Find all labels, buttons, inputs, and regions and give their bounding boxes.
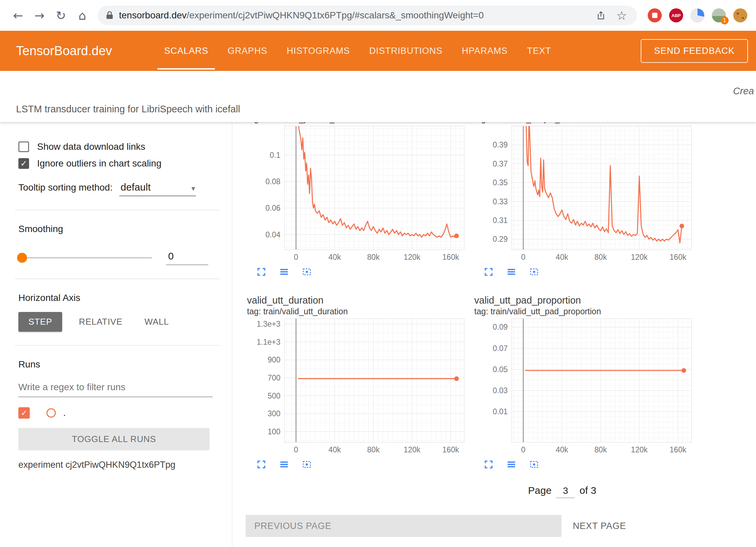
lock-icon <box>106 11 114 20</box>
ignore-outliers-row: ✓ Ignore outliers in chart scaling <box>18 158 213 169</box>
page-of-label: of 3 <box>580 485 596 496</box>
axis-relative-button[interactable]: RELATIVE <box>74 312 128 332</box>
reload-icon[interactable]: ↻ <box>51 6 70 25</box>
page-number-input[interactable] <box>556 485 575 498</box>
smoothing-value-input[interactable]: 0 <box>166 250 208 265</box>
expand-chart-button[interactable] <box>254 265 268 279</box>
page-label: Page <box>528 485 551 496</box>
settings-sidebar: Show data download links ✓ Ignore outlie… <box>0 122 232 547</box>
browser-toolbar: ← → ↻ ⌂ tensorboard.dev/experiment/cj2vt… <box>0 0 756 31</box>
url-bar[interactable]: tensorboard.dev/experiment/cj2vtPiwQHKN9… <box>98 6 637 25</box>
tab-scalars[interactable]: SCALARS <box>162 31 210 71</box>
horizontal-axis-buttons: STEP RELATIVE WALL <box>18 312 213 332</box>
smoothing-slider[interactable] <box>18 257 152 258</box>
experiment-description: LSTM transducer training for LibriSpeech… <box>16 104 240 115</box>
run-color-swatch <box>46 408 56 418</box>
tab-histograms[interactable]: HISTOGRAMS <box>285 31 352 71</box>
avatar-badge: 1 <box>721 16 729 24</box>
chart-tag: tag: train/valid_utt_duration <box>247 306 468 317</box>
pie-extension-icon[interactable] <box>690 8 705 22</box>
smoothing-label: Smoothing <box>18 224 213 234</box>
extensions-area: ABP 1 <box>648 8 747 22</box>
toggle-all-runs-button[interactable]: TOGGLE ALL RUNS <box>18 428 210 450</box>
expand-chart-button[interactable] <box>482 265 496 279</box>
svg-text:120k: 120k <box>631 253 648 261</box>
svg-text:0.03: 0.03 <box>493 386 508 395</box>
run-table-button[interactable] <box>277 458 291 472</box>
chart-title: valid_utt_pad_proportion <box>474 295 695 306</box>
svg-text:160k: 160k <box>443 445 459 454</box>
run-row: ✓ . <box>18 407 213 419</box>
bookmark-star-icon[interactable]: ☆ <box>614 8 629 23</box>
tab-graphs[interactable]: GRAPHS <box>226 31 269 71</box>
previous-page-button[interactable]: PREVIOUS PAGE <box>246 515 561 537</box>
chart-actions <box>482 265 695 279</box>
run-table-button[interactable] <box>277 265 291 279</box>
svg-text:40k: 40k <box>329 445 341 454</box>
axis-wall-button[interactable]: WALL <box>139 312 174 332</box>
line-chart: 040k80k120k160k0.010.030.050.070.09 <box>474 317 695 454</box>
show-download-links-checkbox[interactable] <box>18 141 29 152</box>
svg-text:40k: 40k <box>556 253 569 261</box>
app-logo[interactable]: TensorBoard.dev <box>16 44 112 58</box>
svg-text:1.1e+3: 1.1e+3 <box>257 338 280 346</box>
tab-distributions[interactable]: DISTRIBUTIONS <box>367 31 445 71</box>
svg-text:80k: 80k <box>367 253 380 261</box>
svg-text:1.3e+3: 1.3e+3 <box>257 320 280 328</box>
runs-label: Runs <box>18 359 213 370</box>
home-icon[interactable]: ⌂ <box>73 6 92 25</box>
chart-title: valid_utt_duration <box>247 295 468 306</box>
cookie-icon[interactable] <box>733 8 747 22</box>
svg-text:0.31: 0.31 <box>493 216 508 225</box>
page: ← → ↻ ⌂ tensorboard.dev/experiment/cj2vt… <box>0 0 756 547</box>
expand-chart-button[interactable] <box>482 458 496 472</box>
expand-chart-icon <box>256 465 266 470</box>
blocker-extension-icon[interactable] <box>648 8 662 22</box>
chart-card-valid-pruned-loss: valid_pruned_loss tag: train/valid_prune… <box>247 122 468 279</box>
svg-text:0.33: 0.33 <box>493 197 508 206</box>
svg-text:300: 300 <box>268 409 280 418</box>
svg-text:160k: 160k <box>443 253 459 261</box>
expand-chart-button[interactable] <box>254 458 268 472</box>
chart-actions <box>482 458 695 472</box>
tab-text[interactable]: TEXT <box>525 31 553 71</box>
chart-tag: tag: train/valid_utt_pad_proportion <box>474 306 695 317</box>
run-checkbox[interactable]: ✓ <box>18 407 30 419</box>
runs-filter-input[interactable] <box>18 380 213 397</box>
chart-actions <box>254 265 468 279</box>
divider <box>15 210 219 210</box>
svg-text:0.37: 0.37 <box>493 159 508 168</box>
tooltip-sorting-label: Tooltip sorting method: <box>18 182 113 193</box>
forward-icon[interactable]: → <box>30 6 49 25</box>
ignore-outliers-checkbox[interactable]: ✓ <box>18 158 29 169</box>
svg-text:0.07: 0.07 <box>493 344 508 353</box>
fit-domain-button[interactable] <box>300 458 314 472</box>
svg-text:120k: 120k <box>404 445 420 454</box>
svg-text:80k: 80k <box>595 445 607 454</box>
divider <box>15 345 219 346</box>
run-table-icon <box>279 273 289 278</box>
run-table-icon <box>506 465 516 470</box>
chart-card-valid-utt-duration: valid_utt_duration tag: train/valid_utt_… <box>247 295 468 472</box>
fit-domain-icon <box>302 273 312 278</box>
profile-avatar[interactable]: 1 <box>712 8 726 22</box>
svg-text:0.01: 0.01 <box>493 407 508 416</box>
chevron-down-icon: ▾ <box>192 184 195 193</box>
axis-step-button[interactable]: STEP <box>18 312 62 332</box>
next-page-button[interactable]: NEXT PAGE <box>565 515 634 537</box>
back-icon[interactable]: ← <box>9 6 27 25</box>
share-icon[interactable] <box>594 8 608 23</box>
smoothing-slider-handle[interactable] <box>17 253 27 263</box>
charts-content: valid_pruned_loss tag: train/valid_prune… <box>232 122 756 547</box>
run-table-button[interactable] <box>504 265 518 279</box>
fit-domain-button[interactable] <box>527 458 541 472</box>
tab-hparams[interactable]: HPARAMS <box>460 31 510 71</box>
fit-domain-button[interactable] <box>527 265 541 279</box>
run-table-button[interactable] <box>504 458 518 472</box>
run-name: . <box>63 408 66 418</box>
abp-extension-icon[interactable]: ABP <box>669 8 683 22</box>
svg-text:160k: 160k <box>670 445 686 454</box>
send-feedback-button[interactable]: SEND FEEDBACK <box>641 39 748 63</box>
fit-domain-button[interactable] <box>300 265 314 279</box>
tooltip-sorting-select[interactable]: default ▾ <box>119 182 196 196</box>
